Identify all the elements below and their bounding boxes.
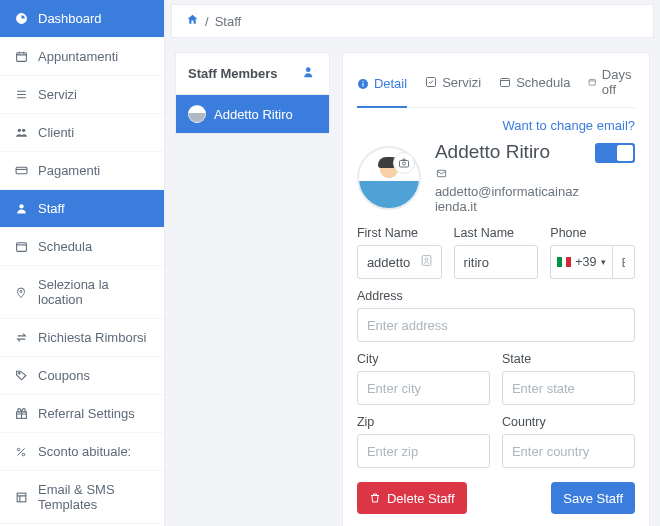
main: / Staff Staff Members Addetto Ritiro — [165, 0, 660, 526]
save-staff-button[interactable]: Save Staff — [551, 482, 635, 514]
svg-point-2 — [22, 129, 25, 132]
phone-label: Phone — [550, 226, 635, 240]
nav-clienti[interactable]: Clienti — [0, 114, 164, 152]
svg-rect-17 — [427, 78, 436, 87]
delete-staff-button[interactable]: Delete Staff — [357, 482, 467, 514]
nav-label: Seleziona la location — [38, 277, 150, 307]
nav-schedula[interactable]: Schedula — [0, 228, 164, 266]
avatar — [357, 146, 421, 210]
add-member-button[interactable] — [303, 65, 317, 82]
calendar-icon — [499, 76, 511, 88]
pin-icon — [14, 286, 28, 299]
tab-detail[interactable]: Detail — [357, 67, 407, 108]
nav-servizi[interactable]: Servizi — [0, 76, 164, 114]
check-icon — [425, 76, 437, 88]
nav-email-sms[interactable]: Email & SMS Templates — [0, 471, 164, 524]
card-icon — [14, 164, 28, 177]
staff-email: addetto@informaticainazienda.it — [435, 184, 581, 214]
nav-appuntamenti[interactable]: Appuntamenti — [0, 38, 164, 76]
last-name-label: Last Name — [454, 226, 539, 240]
users-icon — [14, 126, 28, 139]
phone-input[interactable] — [612, 245, 635, 279]
tag-icon — [14, 369, 28, 382]
svg-point-10 — [22, 453, 25, 456]
nav-staff[interactable]: Staff — [0, 190, 164, 228]
svg-rect-16 — [362, 81, 363, 82]
sidebar: Dashboard Appuntamenti Servizi Clienti P… — [0, 0, 165, 526]
city-label: City — [357, 352, 490, 366]
svg-point-7 — [18, 373, 19, 374]
percent-icon — [14, 446, 28, 458]
upload-photo-button[interactable] — [393, 152, 415, 174]
nav-label: Schedula — [38, 239, 92, 254]
flag-it-icon — [557, 257, 571, 267]
nav-richiesta[interactable]: Richiesta Rimborsi — [0, 319, 164, 357]
svg-rect-11 — [17, 493, 26, 502]
nav-label: Sconto abituale: — [38, 444, 131, 459]
nav-dashboard[interactable]: Dashboard — [0, 0, 164, 38]
nav-label: Coupons — [38, 368, 90, 383]
breadcrumb: / Staff — [171, 4, 654, 38]
calendar-icon — [14, 240, 28, 253]
state-input[interactable] — [502, 371, 635, 405]
country-label: Country — [502, 415, 635, 429]
svg-point-21 — [402, 162, 405, 165]
tab-schedula[interactable]: Schedula — [499, 67, 570, 103]
address-input[interactable] — [357, 308, 635, 342]
home-icon[interactable] — [186, 13, 199, 29]
nav-label: Pagamenti — [38, 163, 100, 178]
nav-seleziona[interactable]: Seleziona la location — [0, 266, 164, 319]
svg-point-1 — [17, 129, 20, 132]
first-name-input[interactable] — [357, 245, 442, 279]
tab-daysoff[interactable]: Days off — [588, 67, 635, 103]
dashboard-icon — [14, 12, 28, 25]
staff-member-item[interactable]: Addetto Ritiro — [176, 95, 329, 133]
calendar-icon — [14, 50, 28, 63]
address-label: Address — [357, 289, 635, 303]
staff-name: Addetto Ritiro — [435, 141, 581, 163]
svg-point-4 — [19, 204, 23, 208]
phone-prefix-select[interactable]: +39▾ — [550, 245, 611, 279]
nav-label: Servizi — [38, 87, 77, 102]
staff-detail-panel: Detail Servizi Schedula Days off — [342, 52, 650, 526]
city-input[interactable] — [357, 371, 490, 405]
svg-point-9 — [17, 448, 20, 451]
nav-label: Appuntamenti — [38, 49, 118, 64]
active-toggle[interactable] — [595, 143, 635, 163]
avatar-icon — [188, 105, 206, 123]
staff-members-heading: Staff Members — [188, 66, 278, 81]
exchange-icon — [14, 331, 28, 344]
nav-pagamenti[interactable]: Pagamenti — [0, 152, 164, 190]
svg-rect-3 — [16, 167, 27, 174]
first-name-label: First Name — [357, 226, 442, 240]
last-name-input[interactable] — [454, 245, 539, 279]
nav-label: Clienti — [38, 125, 74, 140]
envelope-icon — [435, 167, 581, 182]
nav-label: Referral Settings — [38, 406, 135, 421]
state-label: State — [502, 352, 635, 366]
zip-label: Zip — [357, 415, 490, 429]
tab-servizi[interactable]: Servizi — [425, 67, 481, 103]
list-icon — [14, 88, 28, 101]
breadcrumb-page: Staff — [215, 14, 242, 29]
nav-label: Dashboard — [38, 11, 102, 26]
staff-member-name: Addetto Ritiro — [214, 107, 293, 122]
nav-label: Richiesta Rimborsi — [38, 330, 146, 345]
nav-sconto[interactable]: Sconto abituale: — [0, 433, 164, 471]
country-input[interactable] — [502, 434, 635, 468]
nav-referral[interactable]: Referral Settings — [0, 395, 164, 433]
svg-point-13 — [306, 67, 311, 72]
nav-coupons[interactable]: Coupons — [0, 357, 164, 395]
nav-label: Staff — [38, 201, 65, 216]
svg-rect-0 — [16, 53, 26, 62]
svg-rect-5 — [16, 243, 26, 252]
svg-rect-20 — [399, 160, 408, 167]
template-icon — [14, 491, 28, 504]
svg-rect-18 — [501, 79, 510, 87]
info-icon — [357, 78, 369, 90]
zip-input[interactable] — [357, 434, 490, 468]
user-icon — [14, 202, 28, 215]
trash-icon — [369, 492, 381, 504]
change-email-link[interactable]: Want to change email? — [503, 118, 635, 133]
gift-icon — [14, 407, 28, 420]
